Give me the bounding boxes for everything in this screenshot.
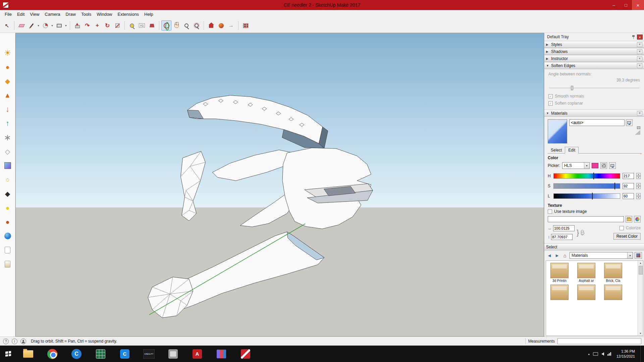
angle-slider-thumb[interactable] [571,86,573,90]
sample-paint-button[interactable] [635,252,642,259]
clock[interactable]: 1:36 PM 12/15/2021 [614,349,637,359]
browse-texture-button[interactable] [626,216,632,223]
spin-up-button[interactable]: ▴ [636,193,641,196]
tab-edit[interactable]: Edit [565,147,579,154]
spin-down-button[interactable]: ▾ [636,176,641,179]
dark-gem-tool-button[interactable]: ◆ [2,188,13,199]
pin-icon[interactable] [632,35,636,39]
model-part-fin-upper[interactable] [212,150,293,181]
orbit-tool-button[interactable] [161,20,171,31]
paint-bucket-tool-button[interactable] [147,20,157,31]
lightness-slider-marker[interactable] [592,193,593,199]
soften-edges-close-button[interactable]: × [637,63,642,68]
follow-me-tool-button[interactable]: ↷ [82,20,92,31]
menu-window[interactable]: Window [94,11,115,18]
material-item[interactable] [547,285,572,301]
scroll-down-button[interactable]: ▼ [639,331,642,336]
start-button[interactable] [0,346,16,362]
measurements-input[interactable] [557,338,641,344]
taskbar-sketchup[interactable] [238,346,253,362]
orb-tool-button[interactable]: ● [2,62,13,72]
card-tool-button[interactable] [2,245,13,255]
hue-slider[interactable] [553,173,620,179]
volume-icon[interactable] [601,352,604,356]
taskbar-file-explorer[interactable] [20,346,36,362]
lightness-value-field[interactable] [623,193,634,199]
sphere-tool-button[interactable] [2,231,13,241]
tan-card-tool-button[interactable] [2,259,13,269]
yellow-ball-tool-button[interactable]: ● [2,202,13,213]
text-tool-button[interactable]: A1 [137,20,147,31]
tray-close-button[interactable]: × [637,35,643,40]
scale-tool-button[interactable] [112,20,122,31]
taskbar-adobe-reader[interactable]: A [190,346,205,362]
soften-coplanar-checkbox[interactable]: ✓ [548,101,553,106]
section-styles[interactable]: ▶ Styles × [544,41,644,48]
taskbar-slicer-app[interactable] [165,346,181,362]
touch-keyboard-icon[interactable] [593,352,598,356]
send-to-layout-button[interactable]: → [226,20,236,31]
material-thumbnail[interactable] [550,263,569,278]
colorize-checkbox[interactable] [620,226,624,230]
display-in-model-button[interactable] [626,119,633,126]
get-models-button[interactable] [206,20,216,31]
material-thumbnail[interactable] [550,285,569,300]
saturation-slider-marker[interactable] [614,183,615,189]
back-material-swatch[interactable] [635,130,640,135]
gradient-square-tool-button[interactable] [2,160,13,171]
info-icon[interactable]: i [12,339,17,344]
shadows-close-button[interactable]: × [637,49,642,54]
material-thumbnail[interactable] [604,263,622,278]
hue-value-field[interactable] [623,173,634,179]
material-item[interactable]: Asphalt ar [574,263,598,283]
styles-close-button[interactable]: × [637,42,642,47]
material-thumbnail[interactable] [577,263,595,278]
picker-dropdown[interactable]: HLS ▾ [562,162,590,169]
gem-tool-button[interactable]: ◆ [2,76,13,86]
use-texture-checkbox[interactable] [548,209,552,214]
arc-tool-dropdown[interactable]: ▾ [50,20,54,31]
section-select[interactable]: Select [544,243,644,250]
eraser-tool-button[interactable] [16,20,26,31]
smooth-normals-checkbox[interactable]: ✓ [548,94,553,99]
needler-model-canvas[interactable] [16,33,544,336]
model-part-mesh-strip[interactable] [181,151,206,221]
zoom-tool-button[interactable] [181,20,192,31]
sign-in-icon[interactable] [20,339,26,344]
material-item[interactable]: Brick, Cla [601,263,625,283]
scroll-up-button[interactable]: ▲ [639,261,642,265]
orange-ball-tool-button[interactable]: ● [2,217,13,227]
menu-tools[interactable]: Tools [78,11,94,18]
select-tool-button[interactable]: ↖ [2,20,12,31]
menu-view[interactable]: View [27,11,42,18]
texture-height-field[interactable] [551,234,573,240]
network-icon[interactable] [607,352,611,356]
instructor-close-button[interactable]: × [637,56,642,61]
scrollbar-thumb[interactable] [639,266,643,275]
taskbar-chitubox[interactable]: C [117,346,132,362]
crystal-tool-button[interactable]: ▲ [2,90,13,101]
down-arrow-tool-button[interactable]: ↓ [2,104,13,115]
line-tool-button[interactable] [26,20,37,31]
rotate-tool-button[interactable]: ↻ [102,20,112,31]
saturation-slider[interactable] [553,183,620,189]
taskbar-winrar[interactable] [214,346,229,362]
material-preview-swatch[interactable] [548,119,567,143]
scrollbar-track[interactable] [639,265,643,331]
aspect-lock-icon[interactable] [581,230,584,235]
tape-measure-tool-button[interactable] [127,20,137,31]
forward-button[interactable]: ▶ [554,252,560,258]
sun-tool-button[interactable]: ☀ [2,48,13,58]
line-tool-dropdown[interactable]: ▾ [37,20,40,31]
star-tool-button[interactable]: ∗ [2,132,13,143]
shapes-tool-dropdown[interactable]: ▾ [64,20,68,31]
push-pull-tool-button[interactable] [72,20,82,31]
spin-down-button[interactable]: ▾ [636,186,641,189]
shapes-tool-button[interactable] [54,20,64,31]
up-arrow-tool-button[interactable]: ↑ [2,118,13,129]
taskbar-cura[interactable]: C [69,346,84,362]
material-thumbnail[interactable] [577,285,595,300]
taskbar-creality[interactable]: CREALITY [141,346,157,362]
section-materials[interactable]: ▼ Materials × [544,110,644,117]
section-soften-edges[interactable]: ▼ Soften Edges × [544,62,644,69]
